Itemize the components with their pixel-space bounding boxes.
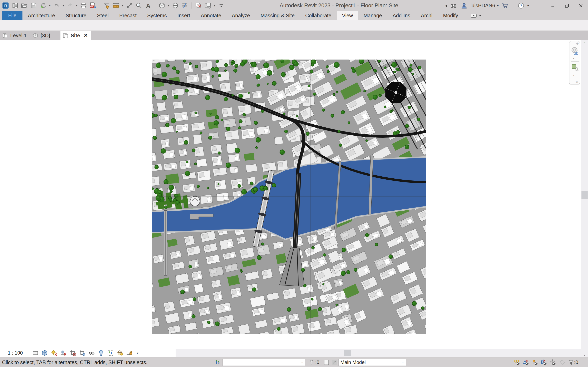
design-option-select[interactable]: Main Model⌄ xyxy=(338,359,406,366)
vcb-expand-icon[interactable]: ‹ xyxy=(137,350,139,356)
close-inactive-windows-icon[interactable] xyxy=(194,1,203,10)
scroll-down-icon[interactable]: ⌄ xyxy=(581,351,588,357)
show-crop-region-icon[interactable] xyxy=(78,349,87,357)
crop-view-off-icon[interactable] xyxy=(68,349,78,357)
worksharing-display-icon[interactable] xyxy=(106,349,115,357)
toolbar-separator xyxy=(191,2,192,8)
temporary-hide-isolate-icon[interactable] xyxy=(87,349,96,357)
select-elements-by-face-icon[interactable] xyxy=(540,359,548,366)
drawing-area[interactable] xyxy=(0,40,581,349)
default-3d-view-icon[interactable] xyxy=(158,1,166,10)
select-underlay-elements-icon[interactable] xyxy=(522,359,530,366)
title-bar-right: ◂ luisPDAN6 ▾ ? ▾ xyxy=(445,0,587,11)
view-scale-button[interactable]: 1 : 100 xyxy=(0,350,31,356)
close-button[interactable] xyxy=(575,0,587,11)
select-links-icon[interactable] xyxy=(513,359,521,366)
ribbon-tab-precast[interactable]: Precast xyxy=(114,11,142,20)
ribbon-tab-architecture[interactable]: Architecture xyxy=(22,11,60,20)
thin-lines-icon[interactable] xyxy=(181,1,189,10)
zoom-tool-icon[interactable] xyxy=(571,63,579,72)
ribbon-tab-view[interactable]: View xyxy=(337,11,358,20)
editing-requests-icon[interactable] xyxy=(307,359,315,366)
measure-icon[interactable] xyxy=(125,1,134,10)
signed-in-user[interactable]: luisPDAN6 xyxy=(470,3,495,8)
save-icon[interactable] xyxy=(29,1,38,10)
restore-button[interactable] xyxy=(561,0,573,11)
horizontal-scrollbar-thumb[interactable] xyxy=(344,350,351,356)
redo-caret-icon[interactable]: ▾ xyxy=(75,1,78,10)
customize-qat-icon[interactable] xyxy=(217,1,226,10)
ribbon-tab-systems[interactable]: Systems xyxy=(142,11,172,20)
aligned-dimension-caret-icon[interactable]: ▾ xyxy=(121,1,124,10)
app-store-cart-icon[interactable] xyxy=(501,1,509,10)
tag-by-category-icon[interactable]: 1 xyxy=(135,1,143,10)
design-options-icon[interactable] xyxy=(323,359,330,366)
text-icon[interactable]: A xyxy=(144,1,153,10)
collapse-arrow-icon[interactable]: ◂ xyxy=(445,3,447,8)
default-3d-view-caret-icon[interactable]: ▾ xyxy=(167,1,170,10)
horizontal-scrollbar[interactable] xyxy=(176,349,581,357)
ribbon-tab-insert[interactable]: Insert xyxy=(172,11,196,20)
navbar-options-icon[interactable]: ⊜ xyxy=(575,80,579,83)
sync-with-central-caret-icon[interactable]: ▾ xyxy=(48,1,52,10)
shadows-off-icon[interactable] xyxy=(59,349,68,357)
floor-plan-icon xyxy=(2,33,8,39)
user-avatar-icon[interactable] xyxy=(460,1,468,10)
modify-pin-icon[interactable] xyxy=(102,1,111,10)
navbar-close-icon[interactable]: ⊗ xyxy=(576,42,579,45)
undo-icon[interactable] xyxy=(52,1,61,10)
ribbon-tab-add-ins[interactable]: Add-Ins xyxy=(387,11,415,20)
ribbon-tab-massing-site[interactable]: Massing & Site xyxy=(255,11,300,20)
temporary-view-properties-icon[interactable] xyxy=(115,349,125,357)
minimize-button[interactable] xyxy=(547,0,559,11)
ribbon-tab-modify[interactable]: Modify xyxy=(438,11,463,20)
print-icon[interactable] xyxy=(79,1,88,10)
view-tab-3d[interactable]: {3D} xyxy=(30,31,61,40)
help-icon[interactable]: ? xyxy=(517,1,525,10)
redo-icon[interactable] xyxy=(66,1,74,10)
file-menu-icon[interactable] xyxy=(11,1,19,10)
active-workset-select[interactable]: ⌄ xyxy=(223,359,305,366)
switch-windows-caret-icon[interactable]: ▾ xyxy=(213,1,216,10)
visual-style-icon[interactable] xyxy=(40,349,49,357)
ribbon-tab-structure[interactable]: Structure xyxy=(61,11,92,20)
vertical-scrollbar[interactable]: ⌃ ⌄ xyxy=(581,40,588,357)
help-menu-caret-icon[interactable]: ▾ xyxy=(527,4,529,7)
selection-filter-icon[interactable] xyxy=(567,359,575,366)
steering-wheel-2d-icon[interactable]: 2D xyxy=(571,47,579,56)
view-tab-site[interactable]: Site✕ xyxy=(61,31,91,40)
ribbon-tab-analyze[interactable]: Analyze xyxy=(226,11,255,20)
reveal-constraints-icon[interactable] xyxy=(125,349,134,357)
svg-text:1: 1 xyxy=(138,4,139,6)
search-icon[interactable] xyxy=(449,1,458,10)
detail-level-icon[interactable] xyxy=(31,349,40,357)
vertical-scrollbar-thumb[interactable] xyxy=(581,191,588,199)
sync-with-central-icon[interactable] xyxy=(39,1,47,10)
ribbon-tab-manage[interactable]: Manage xyxy=(358,11,387,20)
section-icon[interactable] xyxy=(171,1,180,10)
zoom-menu-caret-icon[interactable]: ▾ xyxy=(573,74,575,77)
undo-caret-icon[interactable]: ▾ xyxy=(62,1,65,10)
ribbon-tab-steel[interactable]: Steel xyxy=(92,11,114,20)
ribbon-tab-archi[interactable]: Archi xyxy=(415,11,438,20)
window-title: Autodesk Revit 2023 - Project1 - Floor P… xyxy=(251,0,427,11)
select-pinned-elements-icon[interactable] xyxy=(531,359,539,366)
close-view-tab-icon[interactable]: ✕ xyxy=(82,33,89,38)
ribbon-state-toggle[interactable] xyxy=(470,11,481,20)
drag-elements-on-selection-icon[interactable] xyxy=(549,359,557,366)
revit-logo-icon[interactable]: R xyxy=(1,1,10,10)
worksets-icon[interactable] xyxy=(214,359,222,366)
switch-windows-icon[interactable] xyxy=(204,1,212,10)
ribbon-tab-collaborate[interactable]: Collaborate xyxy=(300,11,337,20)
user-menu-caret-icon[interactable]: ▾ xyxy=(497,4,499,7)
file-tab[interactable]: File xyxy=(2,11,22,20)
reveal-hidden-elements-icon[interactable] xyxy=(96,349,106,357)
ribbon-tab-annotate[interactable]: Annotate xyxy=(195,11,226,20)
aligned-dimension-icon[interactable] xyxy=(112,1,120,10)
open-icon[interactable] xyxy=(20,1,29,10)
sun-path-off-icon[interactable] xyxy=(49,349,59,357)
view-tab-level1[interactable]: Level 1 xyxy=(0,31,30,40)
export-pdf-icon[interactable]: PDF xyxy=(89,1,97,10)
scroll-up-icon[interactable]: ⌃ xyxy=(581,40,588,47)
wheel-menu-caret-icon[interactable]: ▾ xyxy=(573,57,575,60)
